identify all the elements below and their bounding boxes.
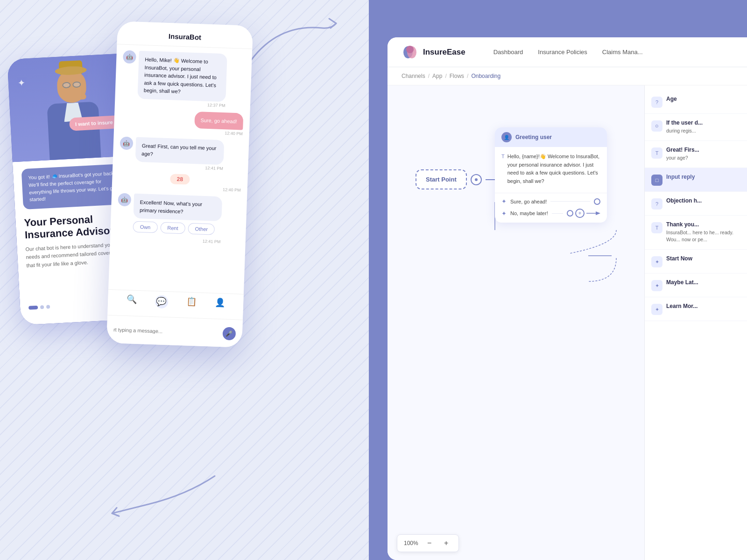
response-sure: ✦ Sure, go ahead!	[501, 198, 600, 205]
user-bubble-1: Sure, go ahead!	[194, 112, 244, 130]
age-badge: 28	[170, 174, 190, 184]
greeting-icon: 👤	[501, 132, 512, 142]
response-no: ✦ No, maybe later! +	[501, 209, 600, 218]
zoom-level: 100%	[404, 540, 418, 546]
start-now-icon: ✦	[651, 256, 662, 267]
breadcrumb-app[interactable]: App	[432, 73, 442, 79]
add-response-button[interactable]: +	[575, 209, 585, 218]
nav-chat-icon[interactable]: 💬	[155, 295, 168, 308]
response-circle-2	[567, 210, 573, 217]
nav-profile-icon[interactable]: 👤	[214, 297, 225, 311]
zoom-out-button[interactable]: −	[424, 538, 435, 549]
breadcrumb: Channels / App / Flows / Onboarding	[388, 67, 747, 85]
option-own[interactable]: Own	[133, 221, 157, 233]
nav-dashboard[interactable]: Dashboard	[493, 49, 523, 56]
chat-input-bar: 🎤	[106, 315, 243, 348]
text-1-text: your age?	[666, 154, 740, 162]
input-reply-icon: □	[651, 175, 662, 186]
response-icon-1: ✦	[501, 198, 507, 205]
greeting-card-body: T Hello, {name}!👋 Welcome to InsuraBot, …	[495, 147, 607, 193]
learn-more-icon: ✦	[651, 304, 662, 315]
sidebar-node-maybe-later[interactable]: ✦ Maybe Lat...	[645, 273, 747, 297]
start-point-box: Start Point	[416, 169, 467, 189]
sidebar-node-learn-more[interactable]: ✦ Learn Mor...	[645, 297, 747, 321]
arrow-bottom-left-decoration	[103, 467, 224, 523]
sparkle-decoration: ✦	[17, 77, 26, 89]
bot-bubble-3: Excellent! Now, what's your primary resi…	[133, 194, 222, 222]
bot-avatar-2: 🤖	[120, 136, 134, 150]
learn-more-content: Learn Mor...	[666, 303, 740, 311]
chat-message-user-1: Sure, go ahead! 12:40 PM	[194, 112, 243, 136]
response-arrow	[586, 210, 600, 216]
chat-text-input[interactable]	[113, 327, 219, 336]
bot-bubble-2: Great! First, can you tell me your age?	[135, 137, 224, 165]
learn-more-title: Learn Mor...	[666, 303, 740, 309]
option-other[interactable]: Other	[188, 223, 215, 235]
svg-point-2	[406, 46, 414, 53]
right-panel: InsureEase Dashboard Insurance Policies …	[369, 0, 747, 560]
sidebar-node-text-1[interactable]: T Great! Firs... your age?	[645, 141, 747, 168]
nav-claims[interactable]: Claims Mana...	[602, 49, 643, 56]
flow-canvas[interactable]: Start Point + 👤 Greetin	[388, 85, 644, 560]
sidebar-node-objection[interactable]: ? Objection h...	[645, 192, 747, 216]
input-reply-content: Input reply	[666, 174, 740, 182]
sidebar-node-start-now[interactable]: ✦ Start Now	[645, 250, 747, 273]
age-node-title: Age	[666, 96, 740, 102]
option-buttons: Own Rent Other	[133, 221, 221, 236]
nav-search-icon[interactable]: 🔍	[126, 294, 137, 308]
nav-insurance-policies[interactable]: Insurance Policies	[538, 49, 587, 56]
start-now-content: Start Now	[666, 255, 740, 263]
brand-name: InsureEase	[423, 48, 465, 57]
sidebar-node-input-reply[interactable]: □ Input reply	[645, 168, 747, 192]
chat-message-bot-1: 🤖 Hello, Mike! 👋 Welcome to InsuraBot, y…	[121, 50, 227, 108]
maybe-later-title: Maybe Lat...	[666, 279, 740, 286]
breadcrumb-onboarding[interactable]: Onboarding	[471, 73, 500, 79]
svg-marker-9	[596, 211, 600, 215]
option-rent[interactable]: Rent	[160, 222, 185, 234]
text-1-content: Great! Firs... your age?	[666, 147, 740, 162]
objection-title: Objection h...	[666, 197, 740, 204]
maybe-later-icon: ✦	[651, 280, 662, 291]
phone-2-chat-card: InsuraBot 🤖 Hello, Mike! 👋 Welcome to In…	[106, 21, 253, 348]
chat-messages: 🤖 Hello, Mike! 👋 Welcome to InsuraBot, y…	[107, 44, 252, 315]
dashboard-card: InsureEase Dashboard Insurance Policies …	[388, 37, 747, 560]
greeting-card: 👤 Greeting user T Hello, {name}!👋 Welcom…	[495, 127, 607, 223]
mic-button[interactable]: 🎤	[222, 327, 236, 340]
phone-nav-bar: 🔍 💬 📋 👤	[107, 289, 243, 315]
start-now-title: Start Now	[666, 255, 740, 262]
thankyou-icon: T	[651, 222, 662, 233]
response-circle-1	[594, 198, 600, 205]
thankyou-content: Thank you... InsuraBot... here to he... …	[666, 221, 740, 244]
bot-avatar-3: 🤖	[118, 193, 131, 206]
zoom-in-button[interactable]: +	[441, 538, 452, 549]
nav-list-icon[interactable]: 📋	[186, 296, 197, 310]
sidebar-node-thankyou[interactable]: T Thank you... InsuraBot... here to he..…	[645, 216, 747, 250]
bot-bubble-1: Hello, Mike! 👋 Welcome to InsuraBot, you…	[137, 51, 227, 102]
thankyou-text: InsuraBot... here to he... ready. Wou...…	[666, 229, 740, 244]
condition-content: If the user d... during regis...	[666, 119, 740, 135]
breadcrumb-flows[interactable]: Flows	[450, 73, 464, 79]
chat-message-bot-2: 🤖 Great! First, can you tell me your age…	[119, 136, 224, 171]
maybe-later-content: Maybe Lat...	[666, 279, 740, 287]
objection-content: Objection h...	[666, 197, 740, 205]
left-panel: ✦ I want to insure all! You got it! 🧢 In…	[0, 0, 369, 560]
sidebar-node-age[interactable]: ? Age	[645, 90, 747, 114]
thankyou-title: Thank you...	[666, 221, 740, 228]
input-reply-title: Input reply	[666, 174, 740, 180]
brand-logo-icon	[402, 44, 418, 61]
condition-icon: ⊙	[651, 120, 662, 132]
dashboard-body: Start Point + 👤 Greetin	[388, 85, 747, 560]
sidebar-node-condition[interactable]: ⊙ If the user d... during regis...	[645, 114, 747, 141]
breadcrumb-channels[interactable]: Channels	[402, 73, 425, 79]
text-1-title: Great! Firs...	[666, 147, 740, 153]
greeting-card-header: 👤 Greeting user	[495, 127, 607, 147]
main-nav: Dashboard Insurance Policies Claims Mana…	[493, 49, 643, 56]
canvas-controls: 100% − +	[397, 534, 459, 552]
text-node-icon-1: T	[651, 147, 662, 159]
age-node-icon: ?	[651, 97, 662, 108]
arrow-top-right-decoration	[238, 14, 341, 75]
page-dots	[28, 305, 50, 309]
age-response: 28 12:40 PM	[119, 172, 241, 192]
dashboard-header: InsureEase Dashboard Insurance Policies …	[388, 37, 747, 67]
objection-icon: ?	[651, 198, 662, 210]
